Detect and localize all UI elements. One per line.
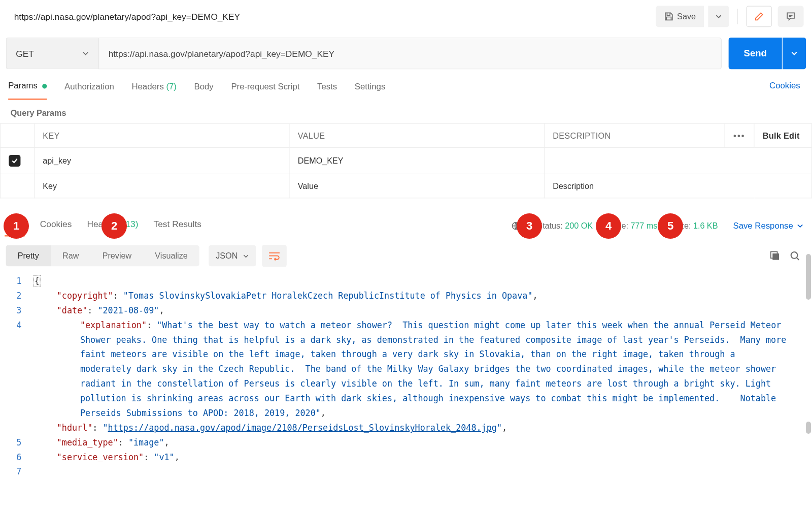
tab-params[interactable]: Params [8, 77, 47, 100]
param-key-placeholder[interactable]: Key [35, 174, 289, 198]
annotation-circle: 4 [596, 213, 621, 239]
tab-authorization[interactable]: Authorization [64, 78, 114, 100]
cookies-link[interactable]: Cookies [769, 81, 803, 96]
copy-icon[interactable] [770, 250, 781, 261]
tab-headers[interactable]: Headers (7) [131, 78, 176, 100]
request-url-input[interactable] [98, 38, 722, 69]
search-icon[interactable] [790, 250, 800, 261]
format-select[interactable]: JSON [209, 245, 256, 267]
save-button[interactable]: Save [656, 6, 704, 27]
wrap-lines-button[interactable] [262, 245, 287, 267]
tab-prerequest[interactable]: Pre-request Script [231, 78, 299, 100]
chevron-down-icon [715, 13, 722, 20]
wrap-icon [268, 251, 280, 260]
chevron-down-icon [82, 50, 89, 57]
save-dropdown[interactable] [708, 6, 729, 27]
col-description: DESCRIPTION [544, 123, 725, 147]
edit-button[interactable] [746, 6, 772, 27]
chevron-down-icon [797, 222, 804, 229]
view-pretty[interactable]: Pretty [6, 245, 51, 267]
param-desc[interactable] [544, 147, 811, 174]
params-table: KEY VALUE DESCRIPTION ••• Bulk Edit api_… [0, 123, 812, 199]
send-button[interactable]: Send [729, 38, 782, 69]
col-more[interactable]: ••• [725, 123, 754, 147]
annotation-circle: 2 [101, 213, 127, 239]
chevron-down-icon [791, 50, 798, 57]
send-dropdown[interactable] [783, 38, 806, 69]
col-key: KEY [35, 123, 289, 147]
scrollbar-thumb[interactable] [806, 422, 811, 434]
pencil-icon [754, 12, 763, 21]
row-checkbox[interactable] [9, 155, 20, 167]
view-visualize[interactable]: Visualize [143, 245, 199, 267]
resp-tab-testresults[interactable]: Test Results [154, 215, 201, 236]
tab-settings[interactable]: Settings [355, 78, 386, 100]
param-key[interactable]: api_key [35, 147, 289, 174]
params-indicator [42, 84, 47, 88]
line-gutter: 1234 567 [0, 274, 33, 479]
save-response-link[interactable]: Save Response [733, 221, 803, 230]
annotation-circle: 5 [658, 213, 683, 239]
request-title: https://api.nasa.gov/planetary/apod?api_… [14, 12, 240, 22]
annotation-circle: 3 [517, 213, 542, 239]
tab-body[interactable]: Body [194, 78, 214, 100]
chevron-down-icon [243, 252, 249, 259]
query-params-label: Query Params [0, 100, 812, 123]
comment-icon [786, 12, 795, 21]
http-method-select[interactable]: GET [6, 38, 98, 69]
table-row-new[interactable]: Key Value Description [1, 174, 812, 198]
table-row[interactable]: api_key DEMO_KEY [1, 147, 812, 174]
resp-tab-cookies[interactable]: Cookies [40, 215, 72, 236]
annotation-circle: 1 [4, 213, 29, 239]
param-desc-placeholder[interactable]: Description [544, 174, 811, 198]
save-icon [664, 12, 673, 21]
divider [737, 9, 738, 24]
svg-point-4 [791, 252, 798, 259]
view-raw[interactable]: Raw [51, 245, 91, 267]
scrollbar-thumb[interactable] [806, 254, 811, 300]
tab-tests[interactable]: Tests [317, 78, 337, 100]
bulk-edit-link[interactable]: Bulk Edit [763, 131, 800, 140]
status-meta: Status: 200 OK [537, 221, 593, 230]
col-value: VALUE [289, 123, 544, 147]
param-value-placeholder[interactable]: Value [289, 174, 544, 198]
view-preview[interactable]: Preview [91, 245, 144, 267]
response-body-viewer[interactable]: 1234 567 {"copyright": "Tomas SlovinskyS… [0, 272, 812, 480]
param-value[interactable]: DEMO_KEY [289, 147, 544, 174]
svg-rect-2 [772, 253, 779, 260]
comment-button[interactable] [778, 6, 804, 27]
